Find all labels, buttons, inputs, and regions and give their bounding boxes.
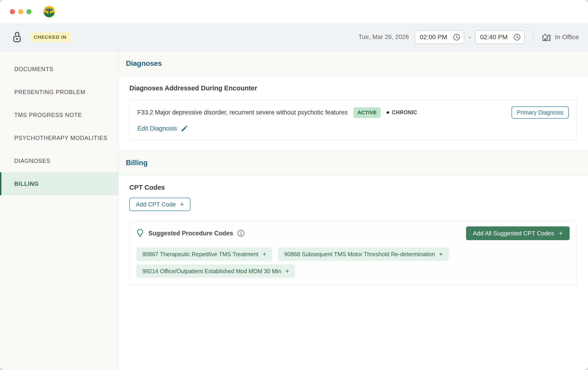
primary-diagnosis-button[interactable]: Primary Diagnosis [512, 106, 569, 119]
add-cpt-code-button[interactable]: Add CPT Code + [129, 198, 190, 211]
office-building-icon [542, 33, 551, 41]
sidebar-item-label: TMS PROGRESS NOTE [14, 112, 82, 118]
app-window: CHECKED IN Tue, Mar 26, 2026 02:00 PM - … [0, 0, 588, 370]
plus-icon: + [180, 201, 184, 208]
sidebar-item-label: PRESENTING PROBLEM [14, 89, 85, 95]
window-titlebar [0, 0, 588, 23]
start-time-value: 02:00 PM [420, 33, 447, 41]
sidebar-item-presenting-problem[interactable]: PRESENTING PROBLEM [0, 80, 118, 103]
sidebar-item-label: DOCUMENTS [14, 66, 53, 72]
plus-icon: + [262, 251, 266, 257]
add-cpt-code-label: Add CPT Code [136, 201, 176, 208]
sidebar-item-psychotherapy-modalities[interactable]: PSYCHOTHERAPY MODALITIES [0, 126, 118, 149]
diagnoses-section-title: Diagnoses [126, 60, 162, 68]
edit-diagnosis-row: Edit Diagnosis [137, 125, 569, 132]
note-section-sidebar: DOCUMENTS PRESENTING PROBLEM TMS PROGRES… [0, 51, 118, 370]
end-time-input[interactable]: 02:40 PM [475, 30, 525, 44]
sidebar-item-diagnoses[interactable]: DIAGNOSES [0, 149, 118, 172]
diagnosis-text: F33.2 Major depressive disorder, recurre… [137, 109, 347, 116]
clock-icon [513, 33, 521, 41]
pencil-icon[interactable] [181, 125, 188, 132]
chip-label: 90867 Therapeutic Repetitive TMS Treatme… [142, 251, 258, 258]
suggested-cpt-chip-90868[interactable]: 90868 Subsequent TMS Motor Threshold Re-… [278, 248, 449, 261]
end-time-value: 02:40 PM [480, 33, 508, 41]
billing-panel: CPT Codes Add CPT Code + Suggested Proc [118, 175, 588, 285]
suggested-cpt-chip-99214[interactable]: 99214 Office/Outpatient Established Mod … [136, 264, 295, 278]
suggested-codes-header: Suggested Procedure Codes Add All Sugges… [136, 226, 570, 240]
diagnosis-status-badge: ACTIVE [354, 107, 381, 118]
chip-label: 90868 Subsequent TMS Motor Threshold Re-… [284, 251, 435, 258]
sidebar-item-documents[interactable]: DOCUMENTS [0, 58, 118, 80]
suggested-cpt-chip-90867[interactable]: 90867 Therapeutic Repetitive TMS Treatme… [136, 248, 272, 261]
visit-location-control[interactable]: In Office [542, 33, 579, 41]
sidebar-item-billing[interactable]: BILLING [0, 172, 118, 195]
add-all-suggested-button[interactable]: Add All Suggested CPT Codes + [466, 226, 570, 240]
visit-location-label: In Office [555, 33, 579, 41]
chronicity-label: CHRONIC [392, 110, 417, 116]
encounter-date: Tue, Mar 26, 2026 [358, 33, 409, 40]
bullet-icon [387, 111, 389, 114]
info-icon[interactable] [237, 230, 245, 237]
time-range-separator: - [469, 33, 471, 41]
billing-section-band: Billing [118, 150, 588, 175]
header-divider [533, 30, 534, 44]
diagnosis-chronicity: CHRONIC [387, 110, 417, 116]
sidebar-item-label: PSYCHOTHERAPY MODALITIES [14, 135, 107, 141]
window-controls [10, 9, 32, 14]
suggested-codes-card: Suggested Procedure Codes Add All Sugges… [129, 220, 577, 285]
unlocked-padlock-icon[interactable] [12, 32, 21, 43]
app-lotus-logo-icon [43, 6, 55, 17]
add-all-suggested-label: Add All Suggested CPT Codes [473, 230, 554, 237]
sidebar-item-tms-progress-note[interactable]: TMS PROGRESS NOTE [0, 103, 118, 126]
diagnoses-section-band: Diagnoses [118, 51, 588, 76]
suggested-codes-title: Suggested Procedure Codes [148, 230, 233, 237]
main-content: Diagnoses Diagnoses Addressed During Enc… [118, 51, 588, 370]
sidebar-item-label: DIAGNOSES [14, 158, 51, 164]
clock-icon [453, 33, 460, 41]
zoom-window-button[interactable] [26, 9, 32, 14]
suggested-code-chips: 90867 Therapeutic Repetitive TMS Treatme… [136, 248, 481, 278]
diagnoses-heading: Diagnoses Addressed During Encounter [129, 84, 577, 92]
encounter-header: CHECKED IN Tue, Mar 26, 2026 02:00 PM - … [0, 23, 588, 51]
diagnosis-card: F33.2 Major depressive disorder, recurre… [129, 99, 577, 140]
close-window-button[interactable] [10, 9, 15, 14]
chip-label: 99214 Office/Outpatient Established Mod … [142, 268, 281, 275]
cpt-codes-heading: CPT Codes [129, 184, 577, 191]
diagnoses-panel: Diagnoses Addressed During Encounter F33… [118, 76, 588, 150]
sidebar-item-label: BILLING [14, 180, 39, 187]
start-time-input[interactable]: 02:00 PM [415, 30, 464, 44]
minimize-window-button[interactable] [18, 9, 23, 14]
diagnosis-row: F33.2 Major depressive disorder, recurre… [137, 106, 569, 119]
status-badge: CHECKED IN [30, 32, 71, 42]
lightbulb-icon [136, 229, 144, 238]
plus-icon: + [439, 251, 443, 257]
edit-diagnosis-link[interactable]: Edit Diagnosis [137, 125, 177, 132]
billing-section-title: Billing [126, 159, 148, 167]
content-area: DOCUMENTS PRESENTING PROBLEM TMS PROGRES… [0, 51, 588, 370]
plus-icon: + [285, 268, 289, 274]
plus-icon: + [559, 230, 563, 237]
